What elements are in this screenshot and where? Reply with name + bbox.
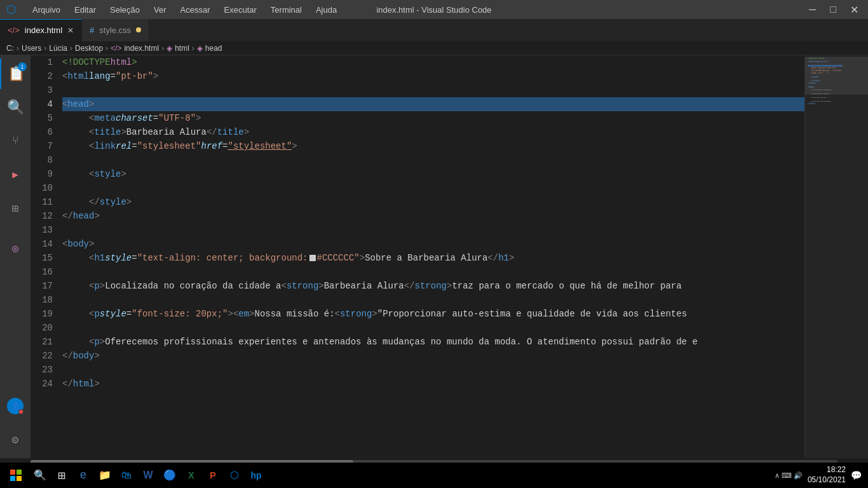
- menu-arquivo[interactable]: Arquivo: [29, 4, 64, 16]
- explorer-badge: 1: [18, 62, 27, 71]
- titlebar-menu[interactable]: Arquivo Editar Seleção Ver Acessar Execu…: [29, 4, 340, 16]
- minimap: <!DOCTYPE html> <html lang="pt-br"> <hea…: [804, 55, 868, 458]
- tab-style-css[interactable]: # style.css: [82, 19, 149, 41]
- menu-executar[interactable]: Executar: [221, 4, 260, 16]
- powerpoint-icon: P: [210, 470, 215, 480]
- taskbar-explorer[interactable]: 📁: [95, 465, 115, 485]
- color-swatch: [309, 255, 316, 261]
- taskbar-powerpoint[interactable]: P: [203, 465, 223, 485]
- close-button[interactable]: ✕: [847, 4, 862, 16]
- tabbar: </> index.html ✕ # style.css: [0, 19, 868, 41]
- code-line-10: [62, 181, 804, 195]
- tab-index-html[interactable]: </> index.html ✕: [0, 19, 82, 41]
- code-line-4: <head>: [62, 97, 804, 111]
- hp-icon: hp: [250, 470, 261, 480]
- svg-rect-0: [10, 470, 15, 475]
- remote-icon: ◎: [12, 242, 18, 255]
- css-file-icon: #: [90, 25, 94, 35]
- code-line-16: [62, 265, 804, 279]
- activity-explorer[interactable]: 📋 1: [0, 58, 31, 89]
- taskview-icon: ⊞: [58, 468, 65, 484]
- taskbar-excel[interactable]: X: [181, 465, 201, 485]
- tray-icons: ∧ ⌨ 🔊: [775, 471, 803, 480]
- excel-icon: X: [188, 470, 194, 480]
- ln-11: 11: [31, 195, 53, 209]
- source-control-icon: ⑂: [12, 135, 19, 147]
- svg-rect-3: [17, 476, 22, 481]
- ln-21: 21: [31, 335, 53, 349]
- breadcrumb-head[interactable]: head: [205, 44, 222, 53]
- code-line-13: [62, 223, 804, 237]
- taskbar-store[interactable]: 🛍: [116, 465, 137, 485]
- breadcrumb-desktop[interactable]: Desktop: [75, 44, 103, 53]
- taskbar-taskview[interactable]: ⊞: [51, 465, 72, 485]
- activity-bar: 📋 1 🔍 ⑂ ▶ ⊞ ◎ 👤 ⚙: [0, 55, 31, 458]
- taskbar-edge[interactable]: e: [73, 465, 93, 485]
- menu-terminal[interactable]: Terminal: [268, 4, 305, 16]
- tab-label-index: index.html: [25, 25, 62, 35]
- extensions-icon: ⊞: [12, 201, 19, 215]
- taskbar-search[interactable]: 🔍: [30, 465, 50, 485]
- doctype: <!DOCTYPE: [62, 55, 111, 69]
- vscode-icon: ⬡: [6, 3, 17, 17]
- notification-icon[interactable]: 💬: [851, 470, 862, 480]
- taskbar-word[interactable]: W: [138, 465, 158, 485]
- ln-1: 1: [31, 55, 53, 69]
- breadcrumb-c[interactable]: C:: [6, 44, 14, 53]
- ln-4: 4: [31, 97, 53, 111]
- activity-source-control[interactable]: ⑂: [0, 126, 31, 156]
- maximize-button[interactable]: □: [827, 4, 839, 15]
- avatar-badge: [18, 409, 24, 414]
- windows-logo-icon: [10, 470, 22, 481]
- breadcrumb-users[interactable]: Users: [22, 44, 41, 53]
- menu-editar[interactable]: Editar: [71, 4, 99, 16]
- breadcrumb-head-icon: ◈: [197, 44, 203, 53]
- ln-7: 7: [31, 139, 53, 153]
- svg-rect-2: [10, 476, 15, 481]
- code-line-21: <p>Oferecemos profissionais experientes …: [62, 335, 804, 349]
- store-icon: 🛍: [121, 470, 132, 482]
- breadcrumb: C: › Users › Lúcia › Desktop › </> index…: [0, 41, 868, 55]
- activity-extensions[interactable]: ⊞: [0, 193, 31, 224]
- code-line-11: </style>: [62, 195, 804, 209]
- search-icon: 🔍: [7, 99, 24, 116]
- ln-23: 23: [31, 363, 53, 377]
- breadcrumb-html[interactable]: html: [175, 44, 189, 53]
- code-editor[interactable]: <!DOCTYPE html> <html lang="pt-br"> <hea…: [59, 55, 804, 458]
- taskbar-chrome[interactable]: 🔵: [159, 465, 180, 485]
- tab-close-index[interactable]: ✕: [67, 26, 74, 35]
- code-line-8: [62, 153, 804, 167]
- ln-15: 15: [31, 251, 53, 265]
- code-line-22: </body>: [62, 349, 804, 363]
- titlebar-left: ⬡ Arquivo Editar Seleção Ver Acessar Exe…: [6, 3, 340, 17]
- activity-settings[interactable]: ⚙: [0, 424, 31, 455]
- activity-search[interactable]: 🔍: [0, 92, 31, 123]
- taskbar-clock: 18:22 05/10/2021: [808, 465, 846, 485]
- menu-ver[interactable]: Ver: [151, 4, 170, 16]
- ln-3: 3: [31, 83, 53, 97]
- ln-16: 16: [31, 265, 53, 279]
- ln-6: 6: [31, 125, 53, 139]
- start-button[interactable]: [3, 463, 29, 488]
- main-layout: 📋 1 🔍 ⑂ ▶ ⊞ ◎ 👤 ⚙: [0, 55, 868, 458]
- titlebar-controls: ─ □ ✕: [806, 4, 862, 16]
- chrome-icon: 🔵: [163, 469, 176, 482]
- menu-ajuda[interactable]: Ajuda: [313, 4, 340, 16]
- activity-account[interactable]: 👤: [0, 391, 31, 421]
- code-line-23: [62, 363, 804, 377]
- menu-selecao[interactable]: Seleção: [107, 4, 143, 16]
- ln-8: 8: [31, 153, 53, 167]
- minimize-button[interactable]: ─: [806, 4, 819, 15]
- menu-acessar[interactable]: Acessar: [177, 4, 214, 16]
- taskbar-hp[interactable]: hp: [246, 465, 266, 485]
- breadcrumb-file[interactable]: index.html: [124, 44, 159, 53]
- code-line-19: <p style="font-size: 20px;"><em>Nossa mi…: [62, 307, 804, 321]
- activity-run[interactable]: ▶: [0, 159, 31, 190]
- code-line-3: [62, 83, 804, 97]
- ln-22: 22: [31, 349, 53, 363]
- activity-remote[interactable]: ◎: [0, 233, 31, 264]
- ln-24: 24: [31, 377, 53, 391]
- taskbar-vscode[interactable]: ⬡: [224, 465, 245, 485]
- editor-area[interactable]: 1 2 3 4 5 6 7 8 9 10 11 12 13 14 15 16 1…: [31, 55, 868, 458]
- breadcrumb-lucia[interactable]: Lúcia: [49, 44, 67, 53]
